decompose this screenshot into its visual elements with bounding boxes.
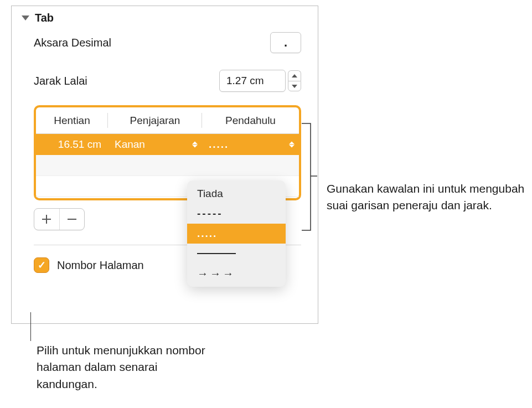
- disclosure-triangle-icon[interactable]: [22, 16, 29, 20]
- select-arrows-icon: [289, 142, 295, 148]
- stepper-buttons: [288, 70, 301, 91]
- alignment-cell[interactable]: Kanan: [108, 134, 202, 155]
- default-spacing-input[interactable]: 1.27 cm: [219, 70, 286, 92]
- section-title: Tab: [35, 12, 54, 24]
- table-row[interactable]: [36, 155, 299, 176]
- add-button[interactable]: [34, 209, 60, 230]
- add-remove-control: [34, 208, 85, 230]
- page-numbers-checkbox[interactable]: ✓: [34, 257, 49, 273]
- default-spacing-row: Jarak Lalai 1.27 cm: [12, 66, 318, 95]
- table-header-row: Hentian Penjajaran Pendahulu: [36, 107, 299, 134]
- stepper-down-button[interactable]: [288, 81, 301, 91]
- page-numbers-label: Nombor Halaman: [57, 259, 144, 272]
- section-header[interactable]: Tab: [12, 6, 318, 29]
- leader-value: .....: [209, 138, 229, 151]
- leader-option-dashes[interactable]: -----: [187, 204, 286, 224]
- leader-option-dots[interactable]: .....: [187, 224, 286, 244]
- select-arrows-icon: [192, 142, 198, 148]
- default-spacing-stepper: 1.27 cm: [219, 70, 301, 92]
- column-header-alignment[interactable]: Penjajaran: [108, 107, 202, 133]
- leader-option-arrows[interactable]: →→→: [187, 264, 286, 283]
- leader-option-none[interactable]: Tiada: [187, 184, 286, 204]
- column-header-leader[interactable]: Pendahulu: [202, 107, 299, 133]
- table-row[interactable]: 16.51 cm Kanan .....: [36, 134, 299, 155]
- leader-dropdown-menu: Tiada ----- ..... →→→: [187, 180, 286, 287]
- callout-right: Gunakan kawalan ini untuk mengubah suai …: [327, 180, 526, 214]
- leader-option-line[interactable]: [187, 244, 286, 264]
- alignment-value: Kanan: [115, 138, 145, 151]
- leader-cell[interactable]: .....: [202, 134, 299, 155]
- decimal-character-input[interactable]: .: [270, 32, 301, 53]
- default-spacing-label: Jarak Lalai: [34, 75, 87, 87]
- decimal-character-row: Aksara Desimal .: [12, 29, 318, 56]
- callout-bottom: Pilih untuk menunjukkan nombor halaman d…: [37, 342, 214, 392]
- stop-value-cell[interactable]: 16.51 cm: [36, 134, 108, 155]
- stepper-up-button[interactable]: [288, 70, 301, 81]
- remove-button[interactable]: [60, 209, 85, 230]
- column-header-stops[interactable]: Hentian: [36, 107, 108, 133]
- decimal-character-label: Aksara Desimal: [34, 37, 111, 49]
